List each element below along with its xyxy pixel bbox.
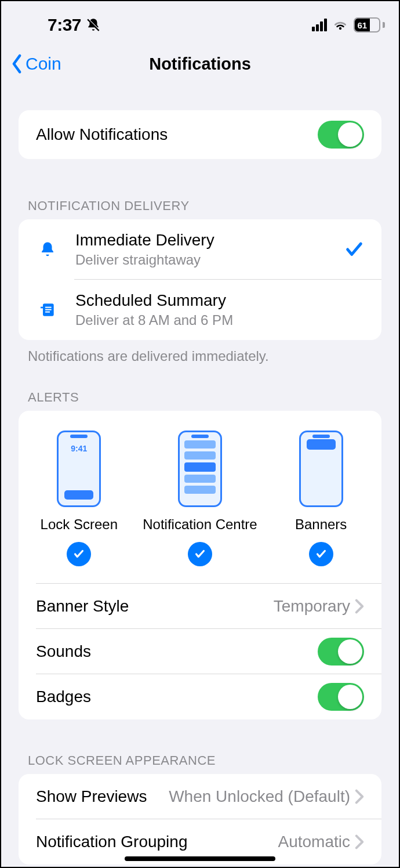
preview-time: 9:41 [59,444,99,453]
alert-type-centre[interactable]: Notification Centre [140,431,260,566]
alert-centre-label: Notification Centre [143,516,257,533]
status-bar: 7:37 61 [1,1,399,42]
alerts-header: ALERTS [19,390,381,411]
wifi-icon [333,19,348,31]
alert-centre-check[interactable] [188,542,212,566]
delivery-scheduled[interactable]: Scheduled Summary Deliver at 8 AM and 6 … [19,280,381,340]
allow-group: Allow Notifications [19,110,381,159]
banners-preview-icon [299,431,343,507]
sounds-row[interactable]: Sounds [19,629,381,674]
status-left: 7:37 [17,15,101,35]
alert-banners-label: Banners [295,516,347,533]
delivery-immediate-title: Immediate Delivery [75,231,328,249]
back-button[interactable]: Coin [9,53,61,74]
battery-percent: 61 [357,20,367,30]
allow-label: Allow Notifications [36,125,318,144]
summary-icon [36,301,59,319]
check-icon [344,240,364,259]
svg-rect-3 [41,307,43,309]
chevron-right-icon [355,599,364,614]
sounds-label: Sounds [36,642,318,661]
bell-icon [36,241,59,258]
alert-lockscreen-check[interactable] [67,542,91,566]
badges-label: Badges [36,688,318,706]
svg-rect-6 [45,312,50,313]
lockscreen-appearance-group: LOCK SCREEN APPEARANCE Show Previews Whe… [19,753,381,865]
delivery-immediate[interactable]: Immediate Delivery Deliver straightaway [19,219,381,280]
allow-toggle[interactable] [318,121,364,149]
sounds-toggle[interactable] [318,638,364,666]
mute-icon [86,17,101,32]
svg-rect-4 [45,307,52,308]
delivery-immediate-sub: Deliver straightaway [75,252,328,268]
status-time: 7:37 [48,15,81,35]
badges-toggle[interactable] [318,683,364,711]
lockscreen-preview-icon: 9:41 [57,431,101,507]
delivery-scheduled-sub: Deliver at 8 AM and 6 PM [75,312,364,328]
show-previews-value: When Unlocked (Default) [169,787,350,806]
centre-preview-icon [178,431,222,507]
lockscreen-header: LOCK SCREEN APPEARANCE [19,753,381,774]
alert-type-lockscreen[interactable]: 9:41 Lock Screen [19,431,139,566]
grouping-value: Automatic [278,833,351,851]
delivery-header: NOTIFICATION DELIVERY [19,198,381,219]
battery-icon: 61 [354,17,383,32]
alert-type-banners[interactable]: Banners [261,431,381,566]
chevron-right-icon [355,789,364,804]
delivery-scheduled-title: Scheduled Summary [75,291,364,310]
alert-banners-check[interactable] [309,542,333,566]
status-right: 61 [312,17,383,32]
banner-style-row[interactable]: Banner Style Temporary [19,584,381,629]
show-previews-row[interactable]: Show Previews When Unlocked (Default) [19,774,381,819]
banner-style-value: Temporary [274,597,350,616]
badges-row[interactable]: Badges [19,674,381,719]
allow-notifications-row[interactable]: Allow Notifications [19,110,381,159]
home-indicator [125,856,275,861]
grouping-label: Notification Grouping [36,833,278,851]
svg-rect-5 [45,309,52,310]
chevron-right-icon [355,834,364,849]
cellular-icon [312,19,327,31]
nav-bar: Coin Notifications [1,42,399,86]
back-label: Coin [26,54,61,74]
delivery-footer: Notifications are delivered immediately. [19,340,381,364]
banner-style-label: Banner Style [36,597,274,616]
alert-lockscreen-label: Lock Screen [41,516,118,533]
delivery-group: NOTIFICATION DELIVERY Immediate Delivery… [19,198,381,364]
show-previews-label: Show Previews [36,787,169,806]
alerts-group: ALERTS 9:41 Lock Screen [19,390,381,719]
chevron-left-icon [9,53,24,74]
page-title: Notifications [149,55,251,74]
